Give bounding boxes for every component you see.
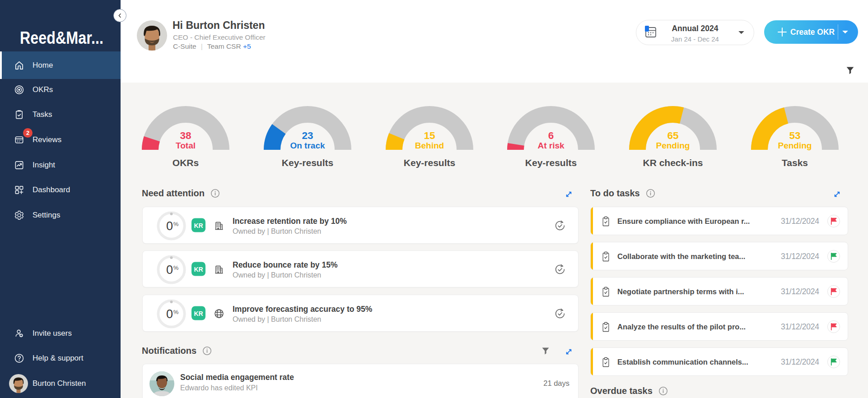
svg-text:0: 0 — [166, 307, 173, 321]
svg-text:%: % — [173, 264, 179, 271]
svg-text:0: 0 — [166, 219, 173, 233]
svg-text:0: 0 — [166, 263, 173, 277]
svg-text:%: % — [173, 309, 179, 315]
svg-text:%: % — [173, 221, 179, 227]
